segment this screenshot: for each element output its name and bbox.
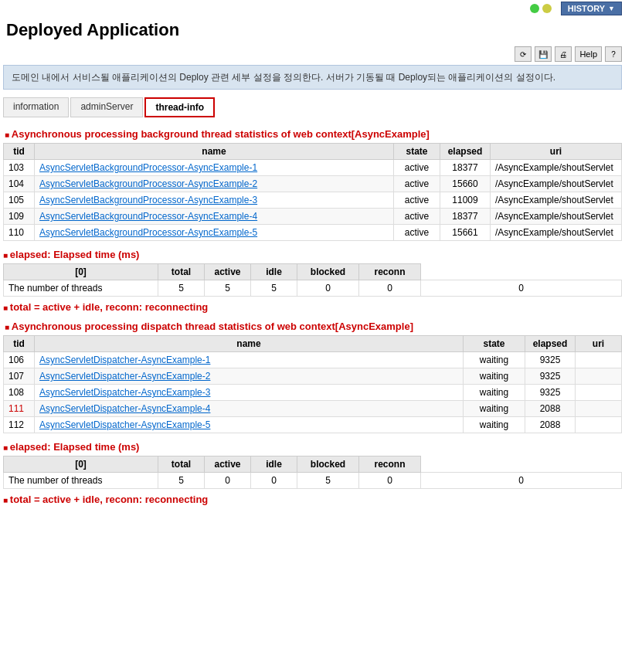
bg-col-elapsed: elapsed: [440, 144, 491, 160]
table-row: 108 AsyncServletDispatcher-AsyncExample-…: [4, 385, 622, 401]
bg-td-uri: /AsyncExample/shoutServlet: [491, 225, 622, 241]
dp-col-uri: uri: [576, 336, 622, 352]
dispatch-thread-table: tid name state elapsed uri 106 AsyncServ…: [3, 335, 622, 433]
table-row: The number of threads 5 5 5 0 0 0: [4, 280, 622, 297]
dpe-col-0: [0]: [4, 456, 158, 473]
dp-td-state: waiting: [464, 401, 525, 417]
dp-td-name: AsyncServletDispatcher-AsyncExample-5: [35, 417, 464, 433]
dp-td-uri: [576, 385, 622, 401]
dpe-td-idle: 5: [297, 473, 359, 489]
bg-td-state: active: [394, 192, 440, 209]
background-note: total = active + idle, reconn: reconnect…: [3, 301, 622, 313]
bg-td-name: AsyncServletBackgroundProcessor-AsyncExa…: [35, 160, 394, 176]
tabs-container: information adminServer thread-info: [0, 91, 625, 117]
dp-col-name: name: [35, 336, 464, 352]
table-row: The number of threads 5 0 0 5 0 0: [4, 473, 622, 489]
bg-td-elapsed: 18377: [440, 160, 491, 176]
bg-col-uri: uri: [491, 144, 622, 160]
table-row: 109 AsyncServletBackgroundProcessor-Asyn…: [4, 209, 622, 225]
dp-td-name: AsyncServletDispatcher-AsyncExample-1: [35, 352, 464, 368]
bg-td-uri: /AsyncExample/shoutServlet: [491, 176, 622, 192]
bg-td-elapsed: 11009: [440, 192, 491, 209]
dpe-td-label: The number of threads: [4, 473, 158, 489]
toolbar-btn-3[interactable]: 🖨: [555, 46, 572, 62]
dp-td-elapsed: 9325: [525, 385, 576, 401]
tab-thread-info[interactable]: thread-info: [144, 97, 215, 117]
dp-td-name: AsyncServletDispatcher-AsyncExample-2: [35, 368, 464, 385]
dp-td-elapsed: 2088: [525, 401, 576, 417]
dispatch-elapsed-table: [0] total active idle blocked reconn The…: [3, 456, 622, 489]
bg-td-tid: 103: [4, 160, 35, 176]
bge-td-blocked: 0: [359, 280, 421, 297]
bg-td-state: active: [394, 225, 440, 241]
dp-td-uri: [576, 352, 622, 368]
toolbar-btn-2[interactable]: 💾: [535, 46, 552, 62]
history-button[interactable]: HISTORY: [561, 2, 622, 15]
bge-td-total: 5: [205, 280, 251, 297]
bg-td-state: active: [394, 160, 440, 176]
dpe-td-active: 0: [251, 473, 297, 489]
bge-col-total: total: [158, 264, 205, 280]
background-elapsed-table: [0] total active idle blocked reconn The…: [3, 263, 622, 297]
bge-td-zero: 5: [158, 280, 205, 297]
dp-col-tid: tid: [4, 336, 35, 352]
bg-td-state: active: [394, 176, 440, 192]
help-button[interactable]: Help: [575, 46, 602, 62]
toolbar-btn-1[interactable]: ⟳: [515, 46, 532, 62]
dp-td-uri: [576, 417, 622, 433]
dpe-col-idle: idle: [251, 456, 297, 473]
bg-td-name: AsyncServletBackgroundProcessor-AsyncExa…: [35, 209, 394, 225]
table-row: 112 AsyncServletDispatcher-AsyncExample-…: [4, 417, 622, 433]
bg-td-elapsed: 15660: [440, 176, 491, 192]
bge-td-label: The number of threads: [4, 280, 158, 297]
bg-col-name: name: [35, 144, 394, 160]
green-status-dot: [530, 4, 539, 13]
dp-td-name: AsyncServletDispatcher-AsyncExample-3: [35, 385, 464, 401]
dp-td-tid: 106: [4, 352, 35, 368]
dp-td-tid: 108: [4, 385, 35, 401]
bg-td-uri: /AsyncExample/shoutServlet: [491, 209, 622, 225]
background-elapsed-title: elapsed: Elapsed time (ms): [3, 249, 622, 260]
tab-adminserver[interactable]: adminServer: [70, 97, 143, 117]
dp-td-state: waiting: [464, 368, 525, 385]
main-content: Asynchronous processing background threa…: [0, 117, 625, 518]
dpe-td-reconn: 0: [421, 473, 622, 489]
bge-col-idle: idle: [251, 264, 297, 280]
page-title: Deployed Application: [0, 17, 625, 45]
dpe-col-reconn: reconn: [359, 456, 421, 473]
bg-td-uri: /AsyncExample/shoutServlet: [491, 192, 622, 209]
bg-td-tid: 110: [4, 225, 35, 241]
top-bar: HISTORY: [0, 0, 625, 17]
bge-col-0: [0]: [4, 264, 158, 280]
dp-td-state: waiting: [464, 385, 525, 401]
table-row: 111 AsyncServletDispatcher-AsyncExample-…: [4, 401, 622, 417]
toolbar-btn-question[interactable]: ?: [605, 46, 622, 62]
bge-col-active: active: [205, 264, 251, 280]
dispatch-section-title: Asynchronous processing dispatch thread …: [3, 321, 622, 332]
bg-col-state: state: [394, 144, 440, 160]
bg-td-name: AsyncServletBackgroundProcessor-AsyncExa…: [35, 176, 394, 192]
dispatch-elapsed-title: elapsed: Elapsed time (ms): [3, 441, 622, 453]
bg-td-elapsed: 15661: [440, 225, 491, 241]
table-row: 105 AsyncServletBackgroundProcessor-Asyn…: [4, 192, 622, 209]
bg-td-state: active: [394, 209, 440, 225]
background-thread-table: tid name state elapsed uri 103 AsyncServ…: [3, 143, 622, 241]
dp-td-state: waiting: [464, 417, 525, 433]
dp-td-uri: [576, 401, 622, 417]
table-row: 103 AsyncServletBackgroundProcessor-Asyn…: [4, 160, 622, 176]
info-box: 도메인 내에서 서비스될 애플리케이션의 Deploy 관련 세부 설정을 정의…: [3, 65, 622, 90]
bge-col-reconn: reconn: [359, 264, 421, 280]
bg-td-uri: /AsyncExample/shoutServlet: [491, 160, 622, 176]
bge-td-active: 5: [251, 280, 297, 297]
dpe-td-blocked: 0: [359, 473, 421, 489]
bg-td-name: AsyncServletBackgroundProcessor-AsyncExa…: [35, 225, 394, 241]
yellow-status-dot: [542, 4, 552, 13]
bge-td-idle: 0: [297, 280, 359, 297]
bg-td-name: AsyncServletBackgroundProcessor-AsyncExa…: [35, 192, 394, 209]
dpe-td-zero: 5: [158, 473, 205, 489]
dp-td-uri: [576, 368, 622, 385]
dp-td-tid: 111: [4, 401, 35, 417]
dp-td-tid: 107: [4, 368, 35, 385]
tab-information[interactable]: information: [3, 97, 69, 117]
toolbar-row: ⟳ 💾 🖨 Help ?: [0, 45, 625, 63]
